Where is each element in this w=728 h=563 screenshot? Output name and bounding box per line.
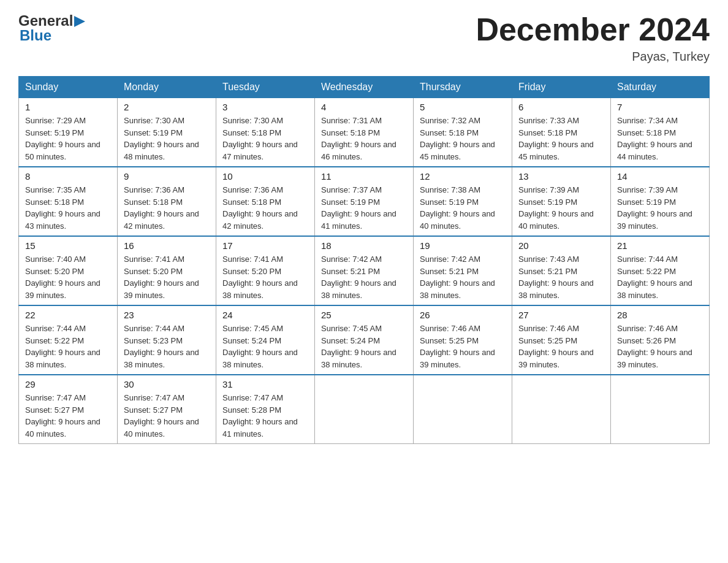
day-info: Sunrise: 7:30 AMSunset: 5:18 PMDaylight:… bbox=[222, 116, 298, 161]
table-row: 13 Sunrise: 7:39 AMSunset: 5:19 PMDaylig… bbox=[512, 167, 611, 236]
day-info: Sunrise: 7:44 AMSunset: 5:23 PMDaylight:… bbox=[124, 324, 199, 369]
day-info: Sunrise: 7:42 AMSunset: 5:21 PMDaylight:… bbox=[420, 255, 495, 300]
col-wednesday: Wednesday bbox=[315, 77, 414, 98]
table-row: 28 Sunrise: 7:46 AMSunset: 5:26 PMDaylig… bbox=[611, 305, 710, 375]
day-number: 12 bbox=[420, 171, 506, 182]
day-info: Sunrise: 7:36 AMSunset: 5:18 PMDaylight:… bbox=[124, 185, 199, 231]
day-info: Sunrise: 7:42 AMSunset: 5:21 PMDaylight:… bbox=[321, 255, 396, 300]
logo: General Blue bbox=[18, 12, 85, 44]
calendar-table: Sunday Monday Tuesday Wednesday Thursday… bbox=[18, 76, 710, 444]
table-row: 9 Sunrise: 7:36 AMSunset: 5:18 PMDayligh… bbox=[118, 167, 216, 236]
day-info: Sunrise: 7:46 AMSunset: 5:25 PMDaylight:… bbox=[518, 324, 594, 369]
col-friday: Friday bbox=[512, 77, 611, 98]
day-info: Sunrise: 7:35 AMSunset: 5:18 PMDaylight:… bbox=[25, 185, 100, 231]
table-row: 11 Sunrise: 7:37 AMSunset: 5:19 PMDaylig… bbox=[315, 167, 414, 236]
table-row: 23 Sunrise: 7:44 AMSunset: 5:23 PMDaylig… bbox=[118, 305, 216, 375]
col-tuesday: Tuesday bbox=[216, 77, 315, 98]
day-info: Sunrise: 7:30 AMSunset: 5:19 PMDaylight:… bbox=[124, 116, 199, 161]
table-row: 6 Sunrise: 7:33 AMSunset: 5:18 PMDayligh… bbox=[512, 98, 611, 167]
calendar-week-3: 15 Sunrise: 7:40 AMSunset: 5:20 PMDaylig… bbox=[19, 236, 710, 305]
table-row: 15 Sunrise: 7:40 AMSunset: 5:20 PMDaylig… bbox=[19, 236, 118, 305]
day-info: Sunrise: 7:37 AMSunset: 5:19 PMDaylight:… bbox=[321, 185, 396, 231]
day-number: 30 bbox=[124, 379, 210, 389]
logo-blue-text: Blue bbox=[20, 27, 85, 44]
day-number: 2 bbox=[124, 102, 210, 112]
day-info: Sunrise: 7:41 AMSunset: 5:20 PMDaylight:… bbox=[124, 255, 199, 300]
table-row: 20 Sunrise: 7:43 AMSunset: 5:21 PMDaylig… bbox=[512, 236, 611, 305]
day-number: 21 bbox=[617, 240, 703, 251]
table-row bbox=[611, 375, 710, 444]
month-title: December 2024 bbox=[476, 12, 710, 47]
table-row: 27 Sunrise: 7:46 AMSunset: 5:25 PMDaylig… bbox=[512, 305, 611, 375]
day-number: 15 bbox=[25, 240, 111, 251]
day-number: 4 bbox=[321, 102, 407, 112]
col-saturday: Saturday bbox=[611, 77, 710, 98]
table-row: 5 Sunrise: 7:32 AMSunset: 5:18 PMDayligh… bbox=[414, 98, 512, 167]
day-number: 5 bbox=[420, 102, 506, 112]
table-row: 1 Sunrise: 7:29 AMSunset: 5:19 PMDayligh… bbox=[19, 98, 118, 167]
day-number: 22 bbox=[25, 310, 111, 320]
table-row: 17 Sunrise: 7:41 AMSunset: 5:20 PMDaylig… bbox=[216, 236, 315, 305]
day-number: 18 bbox=[321, 240, 407, 251]
day-info: Sunrise: 7:40 AMSunset: 5:20 PMDaylight:… bbox=[25, 255, 100, 300]
day-info: Sunrise: 7:39 AMSunset: 5:19 PMDaylight:… bbox=[518, 185, 594, 231]
day-info: Sunrise: 7:46 AMSunset: 5:26 PMDaylight:… bbox=[617, 324, 692, 369]
day-number: 31 bbox=[222, 379, 308, 389]
table-row: 21 Sunrise: 7:44 AMSunset: 5:22 PMDaylig… bbox=[611, 236, 710, 305]
day-number: 23 bbox=[124, 310, 210, 320]
day-number: 8 bbox=[25, 171, 111, 182]
calendar-week-2: 8 Sunrise: 7:35 AMSunset: 5:18 PMDayligh… bbox=[19, 167, 710, 236]
day-info: Sunrise: 7:29 AMSunset: 5:19 PMDaylight:… bbox=[25, 116, 100, 161]
table-row: 16 Sunrise: 7:41 AMSunset: 5:20 PMDaylig… bbox=[118, 236, 216, 305]
day-number: 13 bbox=[518, 171, 604, 182]
table-row: 29 Sunrise: 7:47 AMSunset: 5:27 PMDaylig… bbox=[19, 375, 118, 444]
table-row: 18 Sunrise: 7:42 AMSunset: 5:21 PMDaylig… bbox=[315, 236, 414, 305]
table-row: 30 Sunrise: 7:47 AMSunset: 5:27 PMDaylig… bbox=[118, 375, 216, 444]
location: Payas, Turkey bbox=[476, 50, 710, 64]
day-info: Sunrise: 7:36 AMSunset: 5:18 PMDaylight:… bbox=[222, 185, 298, 231]
calendar-week-5: 29 Sunrise: 7:47 AMSunset: 5:27 PMDaylig… bbox=[19, 375, 710, 444]
title-block: December 2024 Payas, Turkey bbox=[476, 12, 710, 64]
day-number: 24 bbox=[222, 310, 308, 320]
day-info: Sunrise: 7:39 AMSunset: 5:19 PMDaylight:… bbox=[617, 185, 692, 231]
table-row: 22 Sunrise: 7:44 AMSunset: 5:22 PMDaylig… bbox=[19, 305, 118, 375]
day-info: Sunrise: 7:47 AMSunset: 5:28 PMDaylight:… bbox=[222, 393, 298, 439]
day-info: Sunrise: 7:45 AMSunset: 5:24 PMDaylight:… bbox=[222, 324, 298, 369]
day-info: Sunrise: 7:31 AMSunset: 5:18 PMDaylight:… bbox=[321, 116, 396, 161]
day-number: 28 bbox=[617, 310, 703, 320]
day-number: 9 bbox=[124, 171, 210, 182]
day-info: Sunrise: 7:32 AMSunset: 5:18 PMDaylight:… bbox=[420, 116, 495, 161]
day-info: Sunrise: 7:47 AMSunset: 5:27 PMDaylight:… bbox=[25, 393, 100, 439]
day-info: Sunrise: 7:38 AMSunset: 5:19 PMDaylight:… bbox=[420, 185, 495, 231]
table-row: 10 Sunrise: 7:36 AMSunset: 5:18 PMDaylig… bbox=[216, 167, 315, 236]
day-info: Sunrise: 7:44 AMSunset: 5:22 PMDaylight:… bbox=[617, 255, 692, 300]
day-info: Sunrise: 7:34 AMSunset: 5:18 PMDaylight:… bbox=[617, 116, 692, 161]
table-row: 19 Sunrise: 7:42 AMSunset: 5:21 PMDaylig… bbox=[414, 236, 512, 305]
table-row: 14 Sunrise: 7:39 AMSunset: 5:19 PMDaylig… bbox=[611, 167, 710, 236]
day-info: Sunrise: 7:45 AMSunset: 5:24 PMDaylight:… bbox=[321, 324, 396, 369]
calendar-header-row: Sunday Monday Tuesday Wednesday Thursday… bbox=[19, 77, 710, 98]
table-row: 25 Sunrise: 7:45 AMSunset: 5:24 PMDaylig… bbox=[315, 305, 414, 375]
table-row: 3 Sunrise: 7:30 AMSunset: 5:18 PMDayligh… bbox=[216, 98, 315, 167]
day-number: 25 bbox=[321, 310, 407, 320]
table-row: 7 Sunrise: 7:34 AMSunset: 5:18 PMDayligh… bbox=[611, 98, 710, 167]
svg-marker-0 bbox=[74, 16, 85, 27]
day-number: 10 bbox=[222, 171, 308, 182]
table-row: 24 Sunrise: 7:45 AMSunset: 5:24 PMDaylig… bbox=[216, 305, 315, 375]
day-number: 20 bbox=[518, 240, 604, 251]
day-number: 27 bbox=[518, 310, 604, 320]
day-info: Sunrise: 7:33 AMSunset: 5:18 PMDaylight:… bbox=[518, 116, 594, 161]
table-row bbox=[512, 375, 611, 444]
day-info: Sunrise: 7:47 AMSunset: 5:27 PMDaylight:… bbox=[124, 393, 199, 439]
day-number: 14 bbox=[617, 171, 703, 182]
day-number: 6 bbox=[518, 102, 604, 112]
day-number: 16 bbox=[124, 240, 210, 251]
calendar-week-1: 1 Sunrise: 7:29 AMSunset: 5:19 PMDayligh… bbox=[19, 98, 710, 167]
day-number: 29 bbox=[25, 379, 111, 389]
calendar-week-4: 22 Sunrise: 7:44 AMSunset: 5:22 PMDaylig… bbox=[19, 305, 710, 375]
day-number: 26 bbox=[420, 310, 506, 320]
day-number: 7 bbox=[617, 102, 703, 112]
day-info: Sunrise: 7:43 AMSunset: 5:21 PMDaylight:… bbox=[518, 255, 594, 300]
page-header: General Blue December 2024 Payas, Turkey bbox=[18, 12, 710, 64]
day-number: 17 bbox=[222, 240, 308, 251]
